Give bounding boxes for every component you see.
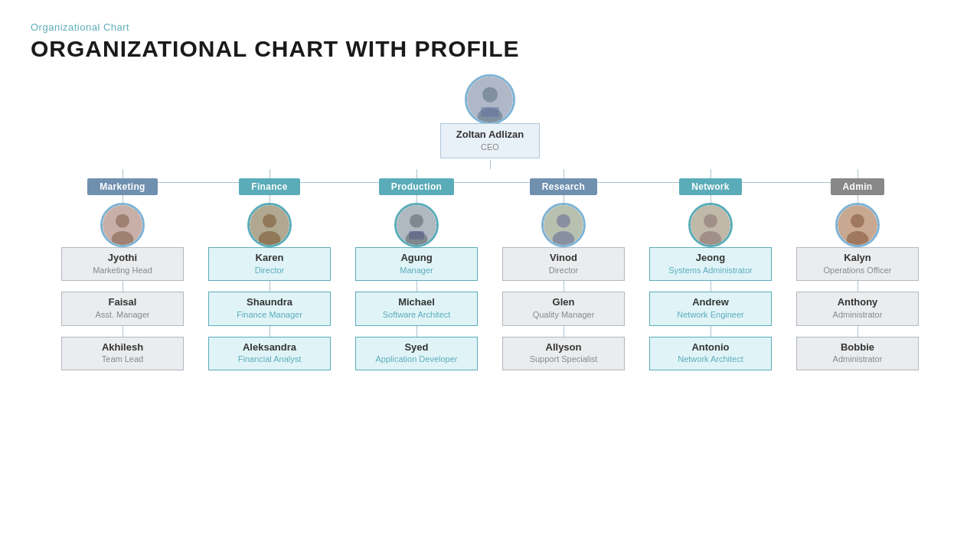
michael-box: Michael Software Architect — [355, 292, 478, 325]
glen-box: Glen Quality Manager — [502, 292, 625, 325]
karen-role: Director — [215, 265, 324, 276]
agung-box: Agung Manager — [355, 247, 478, 281]
svg-point-21 — [851, 214, 864, 228]
syed-box: Syed Application Developer — [355, 337, 478, 370]
shaundra-box: Shaundra Finance Manager — [208, 292, 331, 325]
col-research: Vinod Director Glen Quality Manager Ally… — [495, 195, 632, 370]
aleksandra-box: Aleksandra Financial Analyst — [208, 337, 331, 370]
andrew-role: Network Engineer — [656, 309, 765, 320]
faisal-name: Faisal — [68, 296, 177, 309]
vinod-name: Vinod — [509, 252, 618, 265]
allyson-box: Allyson Support Specialist — [502, 337, 625, 370]
bobbie-name: Bobbie — [803, 341, 912, 354]
page: Organizational Chart ORGANIZATIONAL CHAR… — [0, 0, 980, 551]
jeong-avatar — [688, 203, 733, 247]
svg-point-5 — [116, 214, 129, 228]
faisal-box: Faisal Asst. Manager — [61, 292, 184, 325]
production-badge: Production — [379, 178, 454, 195]
finance-badge: Finance — [239, 178, 299, 195]
syed-name: Syed — [362, 341, 471, 354]
admin-badge: Admin — [831, 178, 885, 195]
jeong-box: Jeong Systems Administrator — [649, 247, 772, 281]
dept-badges-row: Marketing Finance Production Research Ne… — [54, 169, 926, 195]
akhilesh-name: Akhilesh — [68, 341, 177, 354]
karen-avatar — [247, 203, 292, 247]
jeong-role: Systems Administrator — [656, 265, 765, 276]
jyothi-name: Jyothi — [68, 252, 177, 265]
glen-role: Quality Manager — [509, 309, 618, 320]
ceo-role: CEO — [456, 142, 524, 152]
kalyn-box: Kalyn Operations Officer — [796, 247, 919, 281]
jyothi-box: Jyothi Marketing Head — [61, 247, 184, 281]
dept-col-research: Research — [495, 169, 632, 195]
antonio-role: Network Architect — [656, 354, 765, 364]
svg-point-18 — [704, 214, 717, 228]
michael-name: Michael — [362, 296, 471, 309]
chart-area: Zoltan Adlizan CEO Marketing Finance Pro… — [31, 74, 949, 370]
header-title: ORGANIZATIONAL CHART WITH PROFILE — [31, 36, 949, 62]
marketing-badge: Marketing — [87, 178, 157, 195]
allyson-role: Support Specialist — [509, 354, 618, 364]
col-marketing: Jyothi Marketing Head Faisal Asst. Manag… — [54, 195, 191, 370]
svg-point-15 — [557, 214, 570, 228]
ceo-name: Zoltan Adlizan — [456, 129, 524, 142]
akhilesh-role: Team Lead — [68, 354, 177, 364]
jyothi-avatar — [100, 203, 145, 247]
vinod-role: Director — [509, 265, 618, 276]
kalyn-avatar — [835, 203, 880, 247]
agung-name: Agung — [362, 252, 471, 265]
dept-col-admin: Admin — [789, 169, 926, 195]
col-network: Jeong Systems Administrator Andrew Netwo… — [642, 195, 779, 370]
network-v-top — [710, 169, 711, 178]
andrew-box: Andrew Network Engineer — [649, 292, 772, 325]
ceo-box: Zoltan Adlizan CEO — [440, 123, 540, 158]
svg-point-11 — [410, 214, 423, 228]
jyothi-role: Marketing Head — [68, 265, 177, 276]
dept-col-network: Network — [642, 169, 779, 195]
glen-name: Glen — [509, 296, 618, 309]
dept-col-production: Production — [348, 169, 485, 195]
research-badge: Research — [530, 178, 597, 195]
svg-point-1 — [482, 87, 498, 103]
anthony-name: Anthony — [803, 296, 912, 309]
header-subtitle: Organizational Chart — [31, 21, 949, 33]
svg-rect-3 — [481, 107, 499, 117]
jeong-name: Jeong — [656, 252, 765, 265]
kalyn-role: Operations Officer — [803, 265, 912, 276]
production-v-top — [416, 169, 417, 178]
vinod-box: Vinod Director — [502, 247, 625, 281]
anthony-box: Anthony Administrator — [796, 292, 919, 325]
svg-rect-13 — [409, 231, 424, 240]
michael-role: Software Architect — [362, 309, 471, 320]
research-v-top — [564, 169, 564, 178]
shaundra-role: Finance Manager — [215, 309, 324, 320]
bobbie-role: Administrator — [803, 354, 912, 364]
aleksandra-name: Aleksandra — [215, 341, 324, 354]
col-production: Agung Manager Michael Software Architect… — [348, 195, 485, 370]
svg-point-8 — [263, 214, 276, 228]
dept-col-marketing: Marketing — [54, 169, 191, 195]
dept-section: Jyothi Marketing Head Faisal Asst. Manag… — [54, 195, 926, 370]
finance-v-top — [270, 169, 270, 178]
ceo-connector-v — [490, 160, 491, 169]
antonio-box: Antonio Network Architect — [649, 337, 772, 370]
marketing-v-top — [122, 169, 123, 178]
network-badge: Network — [679, 178, 741, 195]
kalyn-name: Kalyn — [803, 252, 912, 265]
allyson-name: Allyson — [509, 341, 618, 354]
dept-col-finance: Finance — [201, 169, 338, 195]
aleksandra-role: Financial Analyst — [215, 354, 324, 364]
shaundra-name: Shaundra — [215, 296, 324, 309]
antonio-name: Antonio — [656, 341, 765, 354]
andrew-name: Andrew — [656, 296, 765, 309]
karen-name: Karen — [215, 252, 324, 265]
syed-role: Application Developer — [362, 354, 471, 364]
agung-role: Manager — [362, 265, 471, 276]
anthony-role: Administrator — [803, 309, 912, 320]
faisal-role: Asst. Manager — [68, 309, 177, 320]
col-admin: Kalyn Operations Officer Anthony Adminis… — [789, 195, 926, 370]
ceo-avatar — [465, 74, 515, 125]
karen-box: Karen Director — [208, 247, 331, 281]
vinod-avatar — [541, 203, 586, 247]
ceo-node: Zoltan Adlizan CEO — [440, 74, 540, 158]
